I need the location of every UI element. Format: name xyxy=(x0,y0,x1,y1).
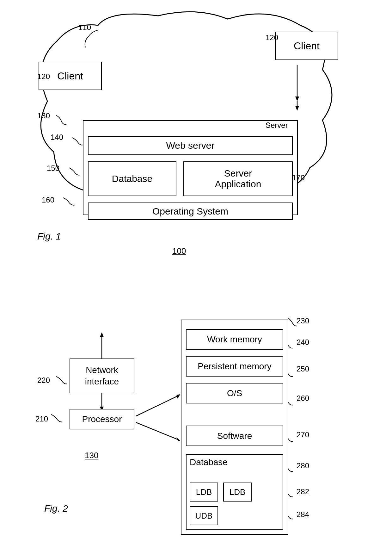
ref-110: 110 xyxy=(78,23,91,32)
diagram-container: Client Client Server Web server Database… xyxy=(0,0,392,555)
ref2-270: 270 xyxy=(297,430,309,439)
persistent-memory-label: Persistent memory xyxy=(198,361,271,371)
ref-120-right: 120 xyxy=(266,33,278,42)
ref2-220: 220 xyxy=(37,376,50,385)
ref2-130: 130 xyxy=(85,451,98,460)
ref-160: 160 xyxy=(42,196,54,204)
ldb1-box: LDB xyxy=(190,483,218,502)
svg-marker-20 xyxy=(176,437,180,441)
fig1-label: Fig. 1 xyxy=(37,231,61,242)
webserver-label: Web server xyxy=(166,140,215,151)
work-memory-box: Work memory xyxy=(186,329,283,350)
ref-100: 100 xyxy=(172,246,186,256)
webserver-box: Web server xyxy=(88,136,293,155)
os-label-fig2: O/S xyxy=(227,388,242,398)
ref2-210: 210 xyxy=(35,415,48,423)
os-label-fig1: Operating System xyxy=(152,206,228,217)
client-right-label: Client xyxy=(294,40,320,52)
svg-line-17 xyxy=(136,396,179,416)
ref-140: 140 xyxy=(51,133,63,142)
ref2-260: 260 xyxy=(297,394,309,403)
processor-label: Processor xyxy=(82,414,122,424)
udb-box: UDB xyxy=(190,506,218,525)
ref2-280: 280 xyxy=(297,461,309,470)
ref-130: 130 xyxy=(37,111,50,120)
ref2-240: 240 xyxy=(297,338,309,347)
server-app-label: Server Application xyxy=(215,168,261,190)
server-app-box: Server Application xyxy=(183,161,293,196)
ldb1-label: LDB xyxy=(196,487,212,497)
persistent-memory-box: Persistent memory xyxy=(186,356,283,377)
ldb2-label: LDB xyxy=(230,487,246,497)
svg-marker-3 xyxy=(295,106,299,111)
client-right-box: Client xyxy=(275,32,338,60)
database-label-fig1: Database xyxy=(112,173,152,184)
network-interface-label: Network interface xyxy=(85,365,119,388)
ref-170: 170 xyxy=(292,173,305,182)
ref-150: 150 xyxy=(47,164,59,173)
ref2-250: 250 xyxy=(297,365,309,373)
ref2-282: 282 xyxy=(297,487,309,496)
server-label: Server xyxy=(266,121,288,130)
software-box: Software xyxy=(186,426,283,446)
svg-line-19 xyxy=(136,422,179,440)
os-box-fig2: O/S xyxy=(186,383,283,403)
ref-120-left: 120 xyxy=(37,72,50,81)
svg-marker-22 xyxy=(100,332,104,337)
work-memory-label: Work memory xyxy=(207,334,262,345)
database-box-fig1: Database xyxy=(88,161,176,196)
udb-label: UDB xyxy=(195,511,213,521)
ldb2-box: LDB xyxy=(223,483,252,502)
software-label: Software xyxy=(217,431,252,441)
svg-marker-1 xyxy=(295,97,299,101)
network-interface-box: Network interface xyxy=(70,359,134,393)
os-box-fig1: Operating System xyxy=(88,203,293,220)
fig2-label: Fig. 2 xyxy=(44,503,68,514)
ref2-230: 230 xyxy=(297,316,309,325)
database-label-fig2: Database xyxy=(190,457,228,467)
client-left-label: Client xyxy=(57,70,83,82)
svg-marker-18 xyxy=(176,394,180,399)
ref2-284: 284 xyxy=(297,510,309,519)
processor-box: Processor xyxy=(70,409,134,429)
